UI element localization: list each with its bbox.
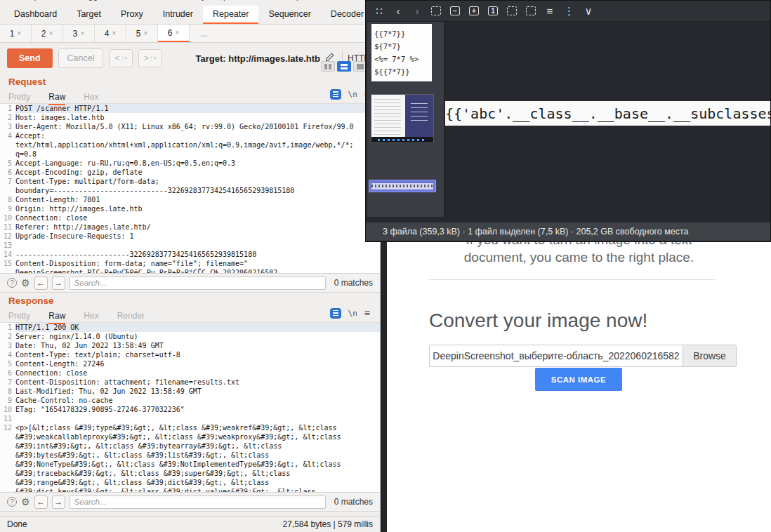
main-tab-logger[interactable]: Logger — [79, 0, 106, 1]
close-icon[interactable]: × — [48, 29, 53, 37]
pretty-print-icon[interactable] — [330, 89, 341, 100]
line-number: 10 — [0, 405, 15, 414]
thumbnail-strip-image — [371, 183, 433, 189]
browse-button[interactable]: Browse — [683, 345, 736, 366]
show-newlines-icon[interactable]: \n — [348, 90, 357, 99]
scan-image-button[interactable]: SCAN IMAGE — [535, 368, 622, 391]
forward-icon[interactable]: › — [412, 6, 422, 16]
send-button[interactable]: Send — [7, 48, 53, 68]
main-tab-project-options[interactable]: Project options — [189, 0, 247, 1]
thumbnails-grid-icon[interactable]: ∷ — [374, 6, 384, 16]
file-count-status: 3 файла (359,3 kB) · 1 файл выделен (7,5… — [383, 227, 689, 237]
viewed-image-strip: {{'abc'.__class__.__base__.__subclasses_… — [445, 101, 770, 126]
repeater-tab-...[interactable]: ... — [190, 25, 218, 42]
back-icon[interactable]: ‹ — [393, 6, 403, 16]
thumbnail-screenshot-convert-page[interactable] — [371, 94, 434, 143]
layout-rows-icon[interactable] — [337, 61, 351, 72]
code-line: 12Upgrade-Insecure-Requests: 1 — [0, 232, 380, 241]
main-tab-extender[interactable]: Extender — [130, 0, 165, 1]
close-icon[interactable]: × — [80, 29, 84, 37]
request-editor[interactable]: 1POST /scanner HTTP/1.12Host: images.lat… — [0, 104, 380, 273]
cancel-button[interactable]: Cancel — [58, 48, 104, 68]
repeater-tab-1[interactable]: 1× — [0, 25, 32, 42]
tab-hex[interactable]: Hex — [84, 311, 98, 323]
tab-hex[interactable]: Hex — [84, 92, 98, 104]
tab-raw[interactable]: Raw — [48, 92, 65, 105]
close-icon[interactable]: × — [175, 29, 179, 36]
more-options-icon[interactable]: ⋮ — [564, 6, 574, 16]
line-number — [0, 441, 15, 451]
line-text: Content-Disposition: attachment; filenam… — [15, 378, 239, 387]
history-forward-button[interactable]: > ▾ — [138, 49, 162, 67]
repeater-tab-4[interactable]: 4× — [95, 25, 126, 42]
layout-columns-icon[interactable] — [321, 61, 335, 72]
line-number: 12 — [0, 423, 15, 432]
tab-render[interactable]: Render — [117, 311, 145, 323]
main-tab-dashboard[interactable]: Dashboard — [4, 6, 67, 24]
pretty-print-icon[interactable] — [330, 308, 341, 319]
show-newlines-icon[interactable]: \n — [348, 309, 357, 318]
chevron-down-icon[interactable]: ▾ — [122, 55, 128, 61]
file-upload-input[interactable]: DeepinScreenshot_выберите-область_202206… — [429, 345, 737, 367]
code-line: 2Host: images.late.htb — [0, 113, 380, 122]
menu-hamburger-icon[interactable]: ≡ — [364, 307, 370, 319]
line-text: Cache-Control: no-cache — [15, 396, 112, 405]
main-tab-intruder[interactable]: Intruder — [153, 6, 203, 24]
main-tab-proxy[interactable]: Proxy — [111, 6, 153, 24]
zoom-100-icon[interactable]: 1 — [488, 6, 498, 15]
code-line: 9Origin: http://images.late.htb — [0, 204, 380, 213]
tab-pretty[interactable]: Pretty — [8, 311, 30, 323]
main-tab-repeater[interactable]: Repeater — [203, 6, 258, 24]
line-text: &#39;dict_keys&#39;&gt;, &lt;class &#39;… — [15, 487, 315, 492]
tab-pretty[interactable]: Pretty — [8, 92, 30, 104]
main-tab-learn[interactable]: Learn — [343, 0, 366, 1]
line-text: Server: nginx/1.14.0 (Ubuntu) — [15, 332, 138, 341]
help-icon[interactable]: ? — [7, 278, 17, 288]
line-text: Connection: close — [15, 213, 87, 222]
repeater-tab-6[interactable]: 6× — [158, 25, 190, 42]
repeater-tab-2[interactable]: 2× — [32, 25, 63, 42]
repeater-tab-3[interactable]: 3× — [63, 25, 95, 42]
fullscreen-icon[interactable] — [507, 6, 517, 15]
zoom-out-icon[interactable]: − — [450, 6, 460, 15]
search-prev-icon[interactable]: ← — [34, 277, 48, 290]
history-back-button[interactable]: < ▾ — [109, 49, 133, 67]
main-tab-target[interactable]: Target — [67, 6, 111, 24]
main-tab-sequencer[interactable]: Sequencer — [258, 6, 320, 24]
pane-layout-toggles — [321, 61, 367, 72]
dropdown-icon[interactable]: ∨ — [584, 6, 593, 16]
request-tab-list: PrettyRawHex — [8, 90, 117, 102]
thumbnail-ssti-payload-note[interactable]: {{7*7}}${7*7}<%= 7*7 %>${{7*7}} — [371, 24, 432, 81]
line-number: 9 — [0, 204, 15, 213]
code-line: 10Connection: close — [0, 213, 380, 222]
tab-raw[interactable]: Raw — [48, 311, 65, 324]
repeater-tab-strip: 1×2×3×4×5×6×... — [0, 25, 380, 43]
close-icon[interactable]: × — [112, 29, 116, 37]
chevron-down-icon[interactable]: ▾ — [151, 55, 157, 61]
response-search-input[interactable] — [70, 496, 326, 509]
main-tab-comparer[interactable]: Comparer — [15, 0, 55, 1]
request-search-input[interactable] — [70, 277, 326, 290]
search-next-icon[interactable]: → — [52, 277, 65, 290]
thumbnail-selected-payload-strip[interactable] — [369, 180, 436, 192]
search-next-icon[interactable]: → — [52, 496, 65, 509]
gear-icon[interactable]: ⚙ — [21, 496, 30, 507]
viewer-toolbar: ∷‹›−+1≡⋮∨ — [366, 1, 770, 22]
repeater-tab-5[interactable]: 5× — [126, 25, 158, 42]
close-icon[interactable]: × — [17, 29, 21, 37]
code-line: 6Accept-Encoding: gzip, deflate — [0, 168, 380, 177]
line-number — [0, 487, 15, 492]
search-prev-icon[interactable]: ← — [34, 496, 48, 509]
gear-icon[interactable]: ⚙ — [21, 277, 30, 288]
line-text: Content-Type: multipart/form-data; — [15, 177, 159, 186]
frameless-view-icon[interactable] — [526, 6, 536, 15]
help-icon[interactable]: ? — [7, 497, 17, 507]
line-number: 5 — [0, 359, 15, 368]
list-view-icon[interactable]: ≡ — [545, 6, 555, 16]
close-icon[interactable]: × — [143, 29, 147, 37]
zoom-in-icon[interactable]: + — [469, 6, 479, 15]
response-editor[interactable]: 1HTTP/1.1 200 OK2Server: nginx/1.14.0 (U… — [0, 323, 380, 492]
zoom-fit-icon[interactable] — [431, 6, 441, 15]
code-line: 7Content-Type: multipart/form-data; — [0, 177, 380, 186]
main-tab-user-options[interactable]: User options — [270, 0, 319, 1]
